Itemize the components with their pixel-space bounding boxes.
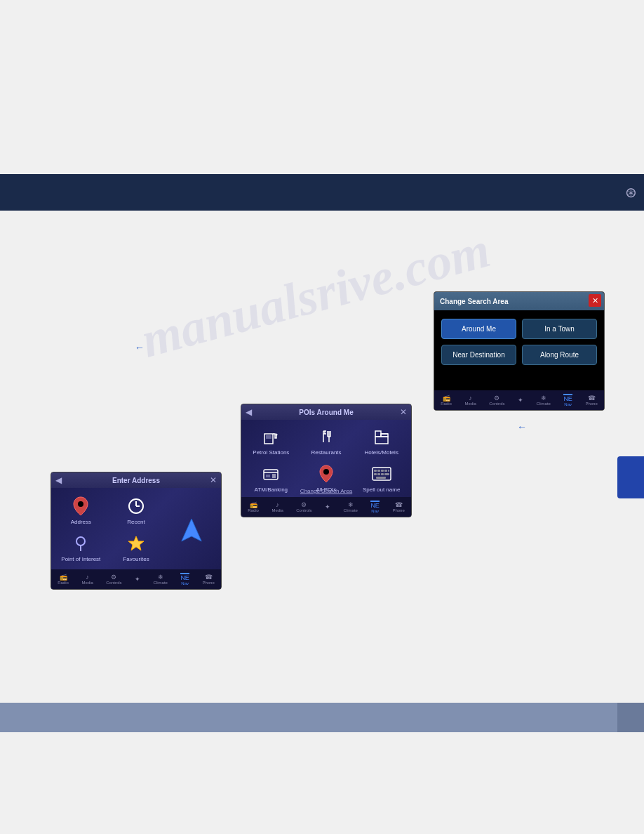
- csa-nav-nav[interactable]: NE Nav: [563, 394, 572, 406]
- maserati-logo: ⊛: [625, 184, 637, 201]
- enter-address-title: Enter Address: [112, 477, 160, 484]
- csa-nav-climate[interactable]: ❄ Climate: [537, 395, 551, 406]
- nav-controls[interactable]: ⚙ Controls: [106, 574, 121, 585]
- pois-nav-controls[interactable]: ⚙ Controls: [296, 501, 311, 512]
- footer-bar-right: [617, 703, 644, 732]
- enter-address-panel: ◀ Enter Address ✕ Address Rece: [51, 472, 222, 590]
- csa-nav-media[interactable]: ♪ Media: [464, 395, 476, 406]
- svg-rect-38: [381, 470, 384, 472]
- pois-back-btn[interactable]: ◀: [246, 407, 252, 417]
- csa-phone-icon: ☎: [588, 395, 596, 402]
- csa-nav-phone[interactable]: ☎ Phone: [585, 395, 597, 406]
- hotels-icon: [370, 425, 393, 448]
- pois-nav-bar: 📻 Radio ♪ Media ⚙ Controls ✦ ❄ Climate N…: [241, 497, 411, 517]
- phone-nav-icon: ☎: [205, 574, 213, 581]
- footer-bar: [0, 703, 617, 732]
- csa-buttons-grid: Around Me In a Town Near Destination Alo…: [434, 310, 604, 373]
- favourites-label: Favourites: [123, 556, 149, 562]
- svg-rect-25: [375, 431, 381, 437]
- pois-radio-icon: 📻: [250, 501, 257, 508]
- pois-nav-phone[interactable]: ☎ Phone: [392, 501, 404, 512]
- svg-rect-42: [377, 473, 380, 475]
- controls-icon: ⚙: [111, 574, 116, 581]
- pois-nav-nav[interactable]: NE Nav: [370, 501, 380, 513]
- svg-rect-39: [384, 470, 387, 472]
- csa-close-btn[interactable]: ✕: [589, 294, 601, 307]
- pois-nav-media[interactable]: ♪ Media: [271, 501, 283, 512]
- hotels-label: Hotels/Motels: [364, 449, 398, 456]
- change-search-link[interactable]: Change Search Area: [241, 483, 411, 496]
- restaurants-item[interactable]: Restaurants: [300, 423, 354, 458]
- header-bar: [0, 174, 617, 211]
- pois-nav-maserati[interactable]: ✦: [325, 503, 330, 510]
- pois-close-btn[interactable]: ✕: [400, 407, 407, 417]
- nav-maserati[interactable]: ✦: [135, 576, 140, 583]
- pois-nav-climate[interactable]: ❄ Climate: [344, 501, 358, 512]
- csa-nav-radio[interactable]: 📻 Radio: [441, 395, 452, 406]
- poi-icon: [69, 532, 92, 555]
- csa-nav-maserati[interactable]: ✦: [518, 397, 523, 404]
- petrol-item[interactable]: Petrol Stations: [244, 423, 298, 458]
- climate-icon: ❄: [158, 574, 163, 581]
- arrow-left-2: ←: [517, 421, 527, 432]
- radio-icon: 📻: [60, 574, 67, 581]
- enter-address-back-btn[interactable]: ◀: [55, 475, 62, 485]
- address-icon: [69, 495, 92, 517]
- enter-address-header: ◀ Enter Address ✕: [51, 472, 221, 488]
- svg-rect-27: [381, 434, 388, 437]
- pois-maserati-icon: ✦: [325, 503, 330, 510]
- near-destination-btn[interactable]: Near Destination: [441, 345, 516, 365]
- nav-climate[interactable]: ❄ Climate: [154, 574, 168, 585]
- pois-title: POIs Around Me: [299, 409, 353, 416]
- allpoi-icon: [315, 463, 337, 485]
- nav-nav[interactable]: NE Nav: [180, 573, 189, 585]
- svg-rect-44: [384, 473, 389, 475]
- favourites-item[interactable]: Favourites: [109, 529, 163, 565]
- pois-climate-icon: ❄: [348, 501, 354, 508]
- enter-address-nav-bar: 📻 Radio ♪ Media ⚙ Controls ✦ ❄ Climate N…: [51, 569, 221, 589]
- svg-rect-45: [376, 477, 386, 479]
- nav-phone[interactable]: ☎ Phone: [202, 574, 214, 585]
- svg-marker-6: [181, 519, 201, 541]
- csa-nav-bar: 📻 Radio ♪ Media ⚙ Controls ✦ ❄ Climate N…: [434, 390, 604, 410]
- svg-point-15: [276, 434, 278, 436]
- poi-item[interactable]: Point of Interest: [54, 529, 108, 565]
- csa-title: Change Search Area: [440, 298, 508, 305]
- around-me-btn[interactable]: Around Me: [441, 319, 516, 339]
- right-side-tab[interactable]: [617, 456, 644, 498]
- arrow-left-1: ←: [135, 342, 145, 353]
- logo-area: ⊛: [617, 174, 644, 211]
- pois-media-icon: ♪: [276, 501, 279, 508]
- csa-maserati-icon: ✦: [518, 397, 523, 404]
- petrol-icon: [260, 425, 282, 448]
- nav-media[interactable]: ♪ Media: [81, 574, 93, 585]
- poi-label: Point of Interest: [61, 556, 100, 562]
- hotels-item[interactable]: Hotels/Motels: [354, 423, 408, 458]
- enter-address-close-btn[interactable]: ✕: [210, 475, 217, 485]
- pois-nav-tab-icon: NE: [370, 502, 380, 509]
- recent-item[interactable]: Recent: [109, 492, 163, 528]
- svg-rect-43: [381, 473, 384, 475]
- along-route-btn[interactable]: Along Route: [522, 345, 597, 365]
- change-search-panel: Change Search Area ✕ Around Me In a Town…: [434, 291, 605, 411]
- media-icon: ♪: [86, 574, 89, 581]
- pois-nav-radio[interactable]: 📻 Radio: [248, 501, 259, 512]
- svg-rect-41: [374, 473, 377, 475]
- csa-controls-icon: ⚙: [494, 395, 499, 402]
- svg-rect-37: [377, 470, 380, 472]
- recent-icon: [125, 495, 147, 517]
- csa-climate-icon: ❄: [541, 395, 546, 402]
- nav-tab-icon: NE: [180, 574, 189, 581]
- nav-radio[interactable]: 📻 Radio: [58, 574, 69, 585]
- nav-arrow-icon: [180, 519, 203, 541]
- svg-point-4: [76, 537, 85, 545]
- recent-label: Recent: [127, 519, 145, 525]
- spell-icon: [370, 463, 393, 485]
- svg-rect-30: [266, 475, 270, 477]
- in-a-town-btn[interactable]: In a Town: [522, 319, 597, 339]
- svg-marker-7: [128, 536, 144, 550]
- svg-point-34: [323, 469, 329, 475]
- csa-nav-controls[interactable]: ⚙ Controls: [489, 395, 504, 406]
- nav-arrow-item: [164, 492, 218, 565]
- address-item[interactable]: Address: [54, 492, 108, 528]
